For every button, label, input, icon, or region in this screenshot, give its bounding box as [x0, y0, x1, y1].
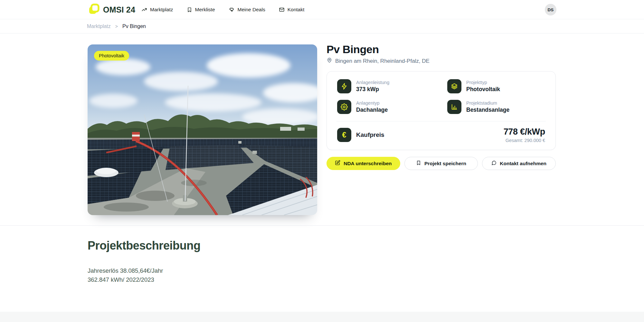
nav-label: Kontakt	[288, 7, 305, 13]
breadcrumb: Marktplatz > Pv Bingen	[87, 24, 146, 29]
breadcrumb-current: Pv Bingen	[122, 24, 146, 29]
stat-label: Anlagenleistung	[356, 80, 389, 85]
nav-label: Meine Deals	[238, 7, 265, 13]
nav-item-meine-deals[interactable]: Meine Deals	[229, 7, 265, 13]
section-divider	[0, 225, 644, 226]
button-label: Projekt speichern	[424, 161, 466, 166]
chat-bubble-icon	[491, 160, 497, 167]
stat-label: Projekttyp	[466, 80, 500, 85]
card-divider	[336, 121, 546, 121]
gear-icon	[337, 100, 351, 114]
stat-value: Bestandsanlage	[466, 107, 509, 113]
user-avatar[interactable]: DS	[545, 4, 556, 15]
bar-chart-icon	[447, 100, 461, 114]
nav-label: Marktplatz	[150, 7, 173, 13]
mail-icon	[279, 7, 285, 13]
map-pin-icon	[327, 57, 332, 65]
trending-up-icon	[141, 7, 147, 13]
rooftop-solar-illustration	[88, 44, 317, 215]
breadcrumb-separator: >	[115, 24, 118, 29]
euro-icon: €	[337, 128, 351, 142]
stat-label: Projektstadium	[466, 100, 509, 106]
zap-icon	[337, 79, 351, 93]
omsi-logo-icon	[89, 4, 99, 16]
main-nav: Marktplatz Merkliste Meine Deals	[141, 0, 304, 19]
stat-value: Photovoltaik	[466, 86, 500, 93]
page-footer	[0, 312, 644, 322]
stat-anlagenleistung: Anlagenleistung 373 kWp	[337, 79, 447, 93]
brand-name: OMSI 24	[103, 5, 135, 14]
save-project-button[interactable]: Projekt speichern	[404, 157, 478, 170]
stats-grid: Anlagenleistung 373 kWp Projekttyp Photo…	[337, 79, 545, 114]
location-text: Bingen am Rhein, Rheinland-Pfalz, DE	[335, 58, 430, 64]
bookmark-icon	[187, 7, 192, 13]
price-total: Gesamt: 290.000 €	[504, 138, 545, 143]
contact-button[interactable]: Kontakt aufnehmen	[482, 157, 556, 170]
button-label: NDA unterschreiben	[344, 161, 392, 166]
description-heading: Projektbeschreibung	[88, 239, 200, 252]
layers-icon	[447, 79, 461, 93]
pen-square-icon	[335, 160, 340, 167]
category-badge: Photovoltaik	[94, 51, 129, 61]
stat-label: Anlagentyp	[356, 100, 388, 106]
project-summary-card: Anlagenleistung 373 kWp Projekttyp Photo…	[327, 71, 556, 150]
bookmark-icon	[416, 160, 421, 167]
brand-logo[interactable]: OMSI 24	[89, 0, 135, 19]
nda-sign-button[interactable]: NDA unterschreiben	[327, 157, 400, 170]
button-label: Kontakt aufnehmen	[500, 161, 546, 166]
price-label: Kaufpreis	[356, 131, 384, 138]
nav-label: Merkliste	[195, 7, 215, 13]
nav-item-merkliste[interactable]: Merkliste	[187, 7, 215, 13]
avatar-initials: DS	[548, 7, 554, 12]
stat-projekttyp: Projekttyp Photovoltaik	[447, 79, 545, 93]
app-header: OMSI 24 Marktplatz Merkliste	[0, 0, 644, 19]
stat-projektstadium: Projektstadium Bestandsanlage	[447, 100, 545, 114]
project-photo	[88, 44, 317, 215]
location-row: Bingen am Rhein, Rheinland-Pfalz, DE	[327, 57, 430, 65]
price-row: € Kaufpreis 778 €/kWp Gesamt: 290.000 €	[337, 127, 545, 143]
nav-item-marktplatz[interactable]: Marktplatz	[141, 7, 173, 13]
nav-item-kontakt[interactable]: Kontakt	[279, 7, 305, 13]
description-text: Jahreserlös 38.085,64€/Jahr 362.847 kWh/…	[88, 266, 163, 284]
stat-value: Dachanlage	[356, 107, 388, 113]
stat-anlagentyp: Anlagentyp Dachanlage	[337, 100, 447, 114]
breadcrumb-link-marktplatz[interactable]: Marktplatz	[87, 24, 111, 29]
description-line: Jahreserlös 38.085,64€/Jahr	[88, 266, 163, 275]
stat-value: 373 kWp	[356, 86, 389, 93]
action-buttons: NDA unterschreiben Projekt speichern Kon…	[327, 157, 556, 170]
page-title: Pv Bingen	[327, 43, 379, 56]
description-line: 362.847 kWh/ 2022/2023	[88, 275, 163, 284]
breadcrumb-bar: Marktplatz > Pv Bingen	[0, 20, 644, 33]
price-value: 778 €/kWp	[504, 127, 545, 137]
handshake-icon	[229, 7, 235, 13]
